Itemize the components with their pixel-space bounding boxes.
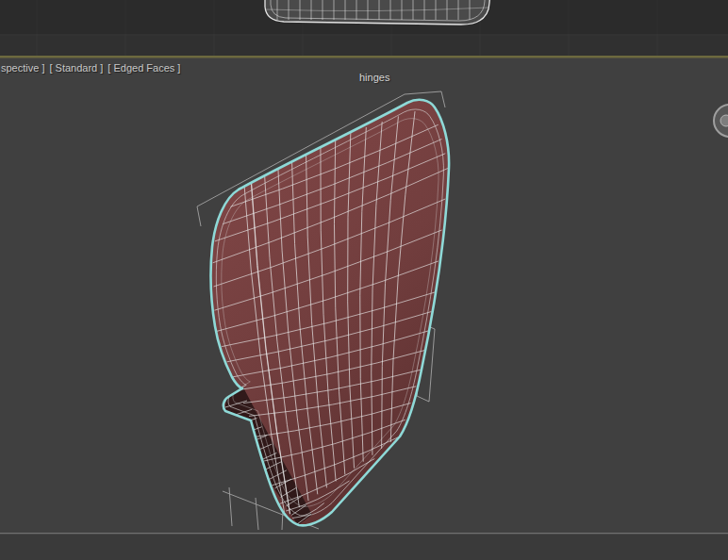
viewport-splitter-top[interactable] xyxy=(0,56,728,58)
navigation-gizmo[interactable] xyxy=(714,105,728,137)
viewport-canvas[interactable] xyxy=(0,0,728,560)
viewport-render-preset-menu[interactable]: [ Standard ] xyxy=(49,62,103,74)
object-name-label: hinges xyxy=(359,72,389,83)
viewport-label: spective ] [ Standard ] [ Edged Faces ] xyxy=(1,62,180,74)
3d-app-viewport-area: { "main_viewport": { "label_pov_truncate… xyxy=(0,0,728,560)
panel-face xyxy=(211,100,450,526)
viewport-top[interactable] xyxy=(0,0,728,56)
viewport-pov-menu[interactable]: spective ] xyxy=(1,62,44,74)
selected-object-hinges[interactable] xyxy=(211,100,450,526)
top-view-object[interactable] xyxy=(265,0,490,25)
bottom-bar xyxy=(0,535,728,560)
viewport-perspective[interactable] xyxy=(197,91,728,530)
viewport-shading-menu[interactable]: [ Edged Faces ] xyxy=(108,62,180,74)
viewport-splitter-bottom[interactable] xyxy=(0,533,728,535)
